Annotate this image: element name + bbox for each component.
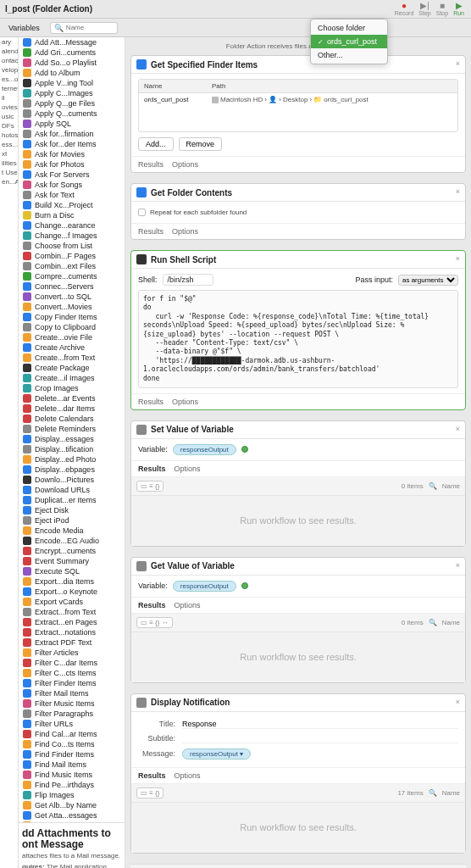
options-tab[interactable]: Options [172,160,198,169]
view-toggle[interactable]: ▭ ≡ {} [136,481,163,492]
dropdown-selected[interactable]: ✓ords_curl_post [311,35,387,48]
action-item[interactable]: Filter Paragraphs [19,709,125,719]
action-item[interactable]: Change...earance [19,220,125,231]
action-item[interactable]: Ask for...firmation [19,129,125,139]
category-item[interactable]: usic [0,112,18,121]
action-item[interactable]: Delete Calendars [19,414,125,424]
action-set-variable[interactable]: × Set Value of Variable Variable: respon… [130,420,466,547]
action-item[interactable]: Display...essages [19,434,125,444]
action-item[interactable]: Get Atta...essages [19,810,125,821]
action-item[interactable]: Ask for Photos [19,159,125,170]
action-item[interactable]: Find Mail Items [19,760,125,770]
action-item[interactable]: Build Xc...Project [19,200,125,210]
action-item[interactable]: Export...o Keynote [19,587,125,597]
action-item[interactable]: Create...from Text [19,353,125,363]
action-item[interactable]: Choose from List [19,241,125,251]
search-input[interactable] [66,24,113,31]
action-item[interactable]: Ask for Songs [19,180,125,190]
action-item[interactable]: Encrypt...cuments [19,546,125,556]
action-item[interactable]: Filter C...dar Items [19,658,125,668]
category-item[interactable]: ess...tions [0,140,18,149]
search-field[interactable]: 🔍 [50,22,118,34]
action-item[interactable]: Combin...ext Files [19,261,125,271]
notif-subtitle-input[interactable] [182,734,458,743]
action-item[interactable]: Extract...notations [19,627,125,637]
action-item[interactable]: Filter Music Items [19,698,125,709]
category-item[interactable]: es...olders [0,75,18,84]
action-item[interactable]: Downlo...Pictures [19,475,125,485]
variable-pill[interactable]: responseOutput [173,581,236,592]
action-item[interactable]: Apple V...ing Tool [19,78,125,88]
action-item[interactable]: Create Package [19,363,125,373]
close-icon[interactable]: × [456,698,460,706]
action-item[interactable]: Ask for Text [19,190,125,200]
category-item[interactable]: DFs [0,121,18,131]
results-tab[interactable]: Results [138,601,166,609]
action-item[interactable]: Delete...dar Items [19,403,125,414]
action-item[interactable]: Add Gri...cuments [19,47,125,58]
action-item[interactable]: Filter C...cts Items [19,668,125,678]
run-button[interactable]: ▶Run [453,2,464,16]
action-item[interactable]: Create...il Images [19,373,125,383]
results-tab[interactable]: Results [138,465,166,473]
options-tab[interactable]: Options [172,227,198,236]
action-item[interactable]: Copy Finder Items [19,312,125,322]
action-item[interactable]: Delete...ar Events [19,393,125,403]
category-item[interactable]: ternet [0,84,18,93]
action-item[interactable]: Convert...to SQL [19,292,125,302]
variable-pill[interactable]: responseOutput [173,444,236,455]
action-item[interactable]: Convert...Movies [19,302,125,312]
action-item[interactable]: Filter Articles [19,648,125,658]
remove-button[interactable]: Remove [179,137,223,151]
action-item[interactable]: Burn a Disc [19,210,125,220]
action-item[interactable]: Get Alb...by Name [19,800,125,810]
action-item[interactable]: Execute SQL [19,566,125,576]
action-item[interactable]: Find Co...ts Items [19,739,125,749]
action-item[interactable]: Encode Media [19,526,125,536]
dropdown-choose[interactable]: Choose folder [311,21,387,35]
pass-input-select[interactable]: as arguments [398,275,458,286]
step-button[interactable]: ▶|Step [418,2,430,16]
action-get-finder-items[interactable]: × Get Specified Finder Items NamePath or… [130,55,466,173]
action-item[interactable]: Delete Reminders [19,424,125,434]
dropdown-other[interactable]: Other... [311,48,387,62]
action-item[interactable]: Change...f Images [19,231,125,241]
record-button[interactable]: ●Record [395,2,414,16]
variables-tab-label[interactable]: Variable [130,865,466,868]
action-item[interactable]: Apply C...Images [19,88,125,98]
view-toggle[interactable]: ▭ ≡ {} [136,787,163,798]
action-item[interactable]: Add to Album [19,68,125,78]
action-item[interactable]: Create...ovie File [19,332,125,342]
results-tab[interactable]: Results [138,771,166,780]
file-row[interactable]: ords_curl_post Macintosh HD › 👤 › Deskto… [139,93,457,106]
close-icon[interactable]: × [456,561,460,570]
action-item[interactable]: Find Music Items [19,770,125,780]
action-item[interactable]: Download URLs [19,485,125,495]
category-item[interactable]: xt [0,149,18,159]
action-item[interactable]: Create Archive [19,342,125,353]
action-item[interactable]: Connec...Servers [19,281,125,292]
action-item[interactable]: Eject Disk [19,505,125,515]
category-item[interactable]: t Used [0,168,18,177]
action-item[interactable]: Apply SQL [19,119,125,129]
actions-list[interactable]: Add Att...MessageAdd Gri...cumentsAdd So… [19,37,125,822]
action-item[interactable]: Encode...EG Audio [19,536,125,546]
action-item[interactable]: Combin...F Pages [19,251,125,261]
category-item[interactable]: il [0,93,18,103]
action-item[interactable]: Export vCards [19,597,125,607]
action-item[interactable]: Filter URLs [19,719,125,729]
category-item[interactable]: ilities [0,159,18,168]
add-button[interactable]: Add... [138,137,174,151]
action-run-shell-script[interactable]: × Run Shell Script Shell: /bin/zsh Pass … [130,250,466,410]
action-item[interactable]: Ask for...der Items [19,139,125,149]
action-item[interactable]: Display...ebpages [19,465,125,475]
action-item[interactable]: Apply Q...ge Files [19,98,125,108]
close-icon[interactable]: × [456,254,460,263]
close-icon[interactable]: × [456,187,460,196]
category-item[interactable]: ontacts [0,56,18,65]
notif-title-input[interactable] [182,720,458,729]
action-item[interactable]: Add Att...Message [19,37,125,47]
action-item[interactable]: Ask for Movies [19,149,125,159]
action-item[interactable]: Eject iPod [19,515,125,526]
action-item[interactable]: Crop Images [19,383,125,393]
